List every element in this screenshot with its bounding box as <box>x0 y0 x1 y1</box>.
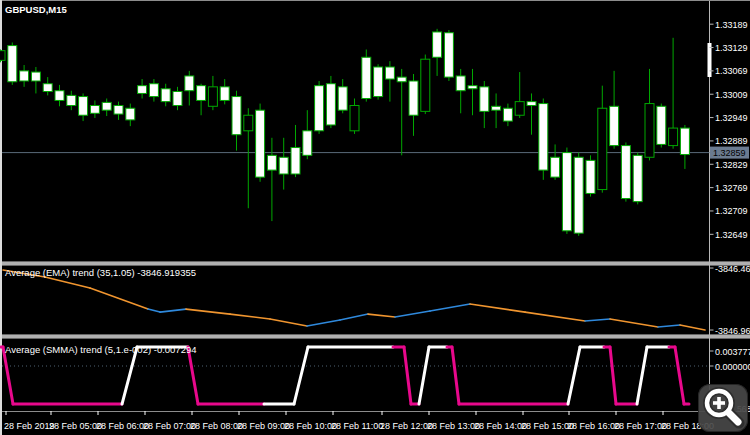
ema-line-segment <box>148 309 160 312</box>
candle <box>267 138 276 221</box>
candle-body <box>362 57 371 98</box>
candle-body <box>397 77 406 82</box>
candle <box>586 155 595 196</box>
candle <box>598 86 607 193</box>
candle <box>350 99 359 134</box>
ema-line-segment <box>368 314 395 317</box>
ema-line-segment <box>585 319 610 321</box>
candle <box>621 142 630 201</box>
candle-body <box>598 108 607 189</box>
subwindow-separator[interactable] <box>2 335 750 338</box>
zoom-watermark-button[interactable] <box>698 384 748 432</box>
subwindow-separator[interactable] <box>2 262 750 265</box>
smma-line-segment <box>637 347 647 404</box>
smma-line-segment <box>419 347 429 404</box>
ema-line-segment <box>395 311 430 317</box>
candle <box>680 125 689 169</box>
candle-body <box>267 155 276 170</box>
candle-body <box>621 146 630 199</box>
candle <box>208 76 217 110</box>
candle-body <box>645 104 654 158</box>
candle-body <box>197 86 206 101</box>
ema-axis-label: -3846.4673 <box>715 264 750 274</box>
price-axis-label: 1.33129 <box>715 43 748 53</box>
candle <box>385 61 394 101</box>
smma-axis-label: 0.000000 <box>715 362 750 372</box>
candle-body <box>244 115 253 131</box>
candle-body <box>480 87 489 112</box>
candle <box>126 104 135 127</box>
candle-body <box>173 92 182 106</box>
candle-body <box>444 33 453 77</box>
candle-body <box>350 106 359 131</box>
ema-line-segment <box>658 325 680 327</box>
candle-body <box>468 86 477 89</box>
smma-line-segment <box>675 347 684 404</box>
candle-body <box>67 95 76 105</box>
candle-body <box>55 91 64 101</box>
price-axis-label: 1.33189 <box>715 20 748 30</box>
ema-line-segment <box>680 325 705 330</box>
candle-body <box>385 67 394 79</box>
price-axis-label: 1.32709 <box>715 206 748 216</box>
ema-line-segment <box>270 319 307 326</box>
candle <box>43 77 52 95</box>
candle <box>480 81 489 128</box>
candle <box>633 153 642 205</box>
candle-body <box>43 84 52 92</box>
candle <box>244 108 253 208</box>
candle-body <box>208 87 217 106</box>
candle-body <box>291 148 300 174</box>
candle <box>20 65 29 87</box>
candle-body <box>633 155 642 201</box>
time-axis-label: 28 Feb 08:00 <box>190 421 243 431</box>
smma-line-segment <box>404 347 411 404</box>
subwindow-separator-edge <box>2 261 750 262</box>
candle <box>315 81 324 134</box>
time-axis-label: 28 Feb 05:00 <box>49 421 102 431</box>
candle <box>279 138 288 190</box>
ema-line-segment <box>610 319 658 327</box>
candle <box>409 74 418 136</box>
price-axis-label: 1.32829 <box>715 160 748 170</box>
time-axis-label: 28 Feb 10:00 <box>284 421 337 431</box>
candle <box>232 91 241 151</box>
price-axis-label: 1.32949 <box>715 113 748 123</box>
candle <box>456 69 465 113</box>
ema-line-segment <box>230 314 270 319</box>
subwindow-separator-edge <box>2 338 750 339</box>
candle <box>610 71 619 149</box>
candle-body <box>539 104 548 171</box>
candle <box>90 100 99 118</box>
time-axis-label: 28 Feb 13:00 <box>427 421 480 431</box>
candle <box>138 79 147 98</box>
ema-line-segment <box>340 314 368 320</box>
candle <box>338 79 347 113</box>
candle <box>468 69 477 115</box>
candle-body <box>114 106 123 115</box>
candle <box>102 99 111 117</box>
axis-scale-marker <box>708 43 712 77</box>
candle-body <box>90 106 99 114</box>
candle <box>79 93 88 121</box>
ema-line-segment <box>160 309 186 312</box>
candle-body <box>185 76 194 91</box>
smma-line-segment <box>452 347 459 404</box>
candle-body <box>279 157 288 174</box>
subwindow-separator-edge <box>2 334 750 335</box>
smma-line <box>1 347 689 404</box>
time-axis-label: 28 Feb 16:00 <box>567 421 620 431</box>
price-axis-label: 1.32649 <box>715 230 748 240</box>
ema-line-segment <box>430 304 470 311</box>
candle-body <box>161 89 170 102</box>
candle-body <box>586 160 595 193</box>
candle-body <box>79 97 88 116</box>
window-left-border <box>0 0 2 435</box>
candle-body <box>31 72 40 81</box>
candle <box>515 72 524 118</box>
candle <box>55 85 64 106</box>
candle <box>527 93 536 134</box>
price-axis-label: 1.33009 <box>715 90 748 100</box>
smma-line-segment <box>294 347 308 404</box>
candle <box>492 93 501 128</box>
